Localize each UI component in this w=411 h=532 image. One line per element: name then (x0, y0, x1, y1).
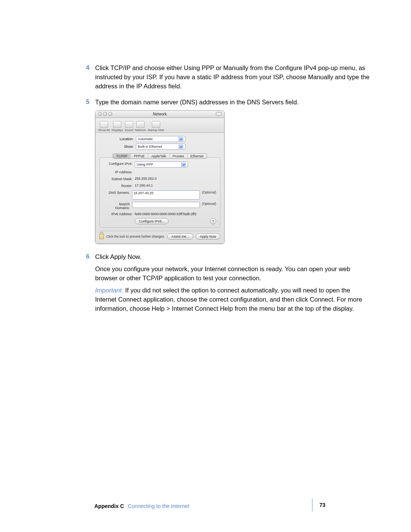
search-domains-label: Search Domains: (104, 202, 130, 210)
dns-servers-field[interactable]: 18.207.40.25 (132, 190, 200, 200)
startup-disk-button[interactable]: Startup Disk (148, 121, 164, 132)
toolbar: Show All Displays Sound (96, 118, 224, 133)
show-all-label: Show All (98, 128, 110, 132)
show-all-button[interactable]: Show All (98, 121, 110, 132)
tab-appletalk[interactable]: AppleTalk (148, 154, 169, 158)
configure-ipv6-button[interactable]: Configure IPv6... (135, 218, 169, 224)
tab-strip: TCP/IP PPPoE AppleTalk Proxies Ethernet (99, 153, 220, 159)
page: 4 Click TCP/IP and choose either Using P… (0, 0, 411, 532)
subnet-value: 255.255.252.0 (135, 177, 157, 181)
configure-ipv4-popup[interactable]: Using PPP ▴▾ (135, 161, 188, 168)
router-row: Router: 17.206.44.1 (104, 184, 216, 188)
show-value: Built-in Ethernet (138, 145, 162, 149)
lock-text: Click the lock to prevent further change… (106, 235, 165, 238)
content-column: 4 Click TCP/IP and choose either Using P… (95, 63, 373, 313)
important-label: Important: (95, 287, 123, 294)
configure-ipv4-label: Configure IPv4: (104, 161, 132, 166)
sound-icon (125, 121, 133, 128)
lock-bar: Click the lock to prevent further change… (99, 231, 220, 240)
important-text: If you did not select the option to conn… (95, 287, 362, 312)
search-optional: (Optional) (202, 202, 216, 206)
displays-icon (113, 121, 121, 128)
page-number-value: 73 (319, 502, 325, 508)
search-domains-field[interactable] (132, 202, 200, 208)
step-6-body: Click Apply Now. Once you configure your… (95, 252, 373, 313)
steps-list: 4 Click TCP/IP and choose either Using P… (95, 63, 373, 313)
toolbar-toggle-icon[interactable] (216, 112, 222, 116)
page-footer: Appendix C Connecting to the Internet (94, 503, 325, 509)
configure-ipv4-row: Configure IPv4: Using PPP ▴▾ (104, 161, 216, 168)
tcpip-pane: Configure IPv4: Using PPP ▴▾ IP Address: (99, 157, 220, 228)
tab-tcpip[interactable]: TCP/IP (113, 154, 131, 158)
step-number: 5 (86, 97, 89, 107)
chevron-updown-icon: ▴▾ (178, 137, 183, 141)
network-label: Network (135, 128, 146, 132)
ipv6-value: fe80:0000:0000:0000:0000:93ff:fedb:2ff2 (135, 212, 196, 216)
network-screenshot: Network Show All Displays (95, 110, 373, 244)
network-window: Network Show All Displays (95, 110, 225, 244)
startup-disk-icon (152, 121, 160, 128)
ipv6-label: IPv6 Address: (104, 212, 132, 216)
window-title: Network (96, 111, 224, 118)
lock-icon[interactable] (99, 234, 104, 239)
titlebar: Network (96, 111, 224, 118)
startup-label: Startup Disk (148, 128, 164, 132)
router-value: 17.206.44.1 (135, 184, 153, 188)
step-4: 4 Click TCP/IP and choose either Using P… (95, 63, 373, 91)
dns-label: DNS Servers: (104, 190, 130, 195)
apply-now-button[interactable]: Apply Now (196, 233, 220, 240)
search-domains-row: Search Domains: (Optional) (104, 202, 216, 210)
footer-title: Connecting to the Internet (128, 503, 189, 509)
window-body: Location: Automatic ▴▾ Show: Built-in Et… (96, 133, 224, 243)
step-6-text: Click Apply Now. (95, 252, 373, 261)
location-popup[interactable]: Automatic ▴▾ (136, 136, 185, 142)
step-number: 6 (86, 252, 89, 261)
tab-ethernet[interactable]: Ethernet (188, 154, 207, 158)
dns-row: DNS Servers: 18.207.40.25 (Optional) (104, 190, 216, 200)
step-number: 4 (86, 63, 89, 72)
chevron-updown-icon: ▴▾ (181, 162, 186, 167)
show-label: Show: (99, 145, 134, 149)
router-label: Router: (104, 184, 132, 188)
sound-button[interactable]: Sound (124, 121, 133, 132)
help-button[interactable]: ? (210, 218, 216, 224)
step-6: 6 Click Apply Now. Once you configure yo… (95, 252, 373, 313)
step-5: 5 Type the domain name server (DNS) addr… (95, 97, 373, 244)
ipv6-row: IPv6 Address: fe80:0000:0000:0000:0000:9… (104, 212, 216, 216)
displays-label: Displays (112, 128, 123, 132)
page-number: 73 (312, 498, 325, 511)
step-6-important: Important: If you did not select the opt… (95, 286, 373, 313)
step-4-text: Click TCP/IP and choose either Using PPP… (95, 63, 373, 91)
step-5-text: Type the domain name server (DNS) addres… (95, 97, 373, 107)
displays-button[interactable]: Displays (112, 121, 123, 132)
step-6-para2: Once you configure your network, your In… (95, 264, 373, 283)
tab-box: TCP/IP PPPoE AppleTalk Proxies Ethernet (113, 153, 207, 159)
dns-optional: (Optional) (202, 190, 216, 194)
network-button[interactable]: Network (135, 121, 146, 132)
sound-label: Sound (124, 128, 133, 132)
location-row: Location: Automatic ▴▾ (99, 136, 220, 142)
subnet-row: Subnet Mask: 255.255.252.0 (104, 177, 216, 181)
ip-address-row: IP Address: (104, 170, 216, 174)
location-label: Location: (99, 137, 134, 141)
chevron-updown-icon: ▴▾ (178, 144, 183, 149)
subnet-label: Subnet Mask: (104, 177, 132, 181)
configure-ipv4-value: Using PPP (137, 163, 153, 166)
tab-proxies[interactable]: Proxies (170, 154, 188, 158)
network-icon (136, 121, 145, 128)
showall-icon (100, 121, 108, 128)
location-value: Automatic (138, 137, 153, 141)
ip-address-label: IP Address: (104, 170, 132, 174)
tab-pppoe[interactable]: PPPoE (131, 154, 148, 158)
assist-me-button[interactable]: Assist me... (167, 233, 193, 240)
show-popup[interactable]: Built-in Ethernet ▴▾ (136, 144, 185, 150)
footer-appendix: Appendix C (94, 503, 124, 509)
show-row: Show: Built-in Ethernet ▴▾ (99, 144, 220, 150)
